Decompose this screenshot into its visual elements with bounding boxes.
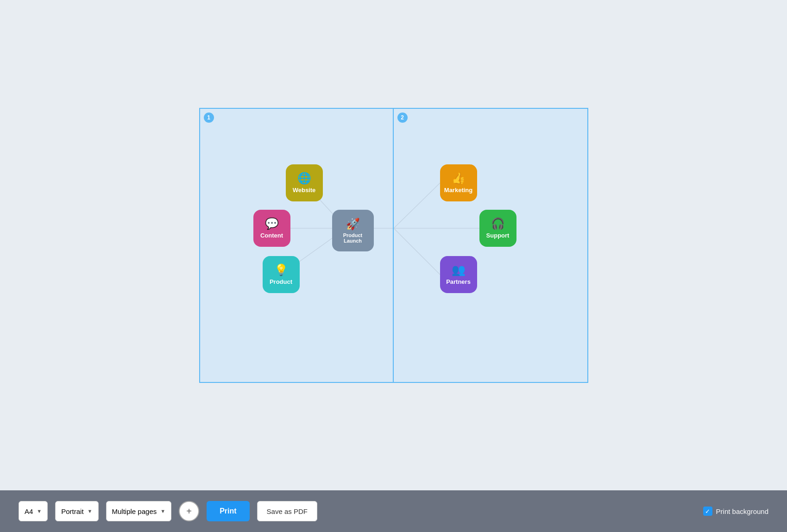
- orientation-chevron-icon: ▼: [88, 508, 93, 514]
- checkmark-icon: ✓: [705, 508, 710, 515]
- node-website[interactable]: 🌐 Website: [286, 164, 323, 201]
- node-launch[interactable]: 🚀 Product Launch: [332, 210, 374, 251]
- partners-label: Partners: [446, 278, 471, 285]
- node-content[interactable]: 💬 Content: [253, 210, 290, 247]
- paper-size-value: A4: [25, 507, 33, 515]
- launch-label: Product Launch: [343, 232, 363, 244]
- pages-mode-select[interactable]: Multiple pages ▼: [106, 501, 172, 521]
- svg-line-4: [394, 183, 440, 228]
- website-icon: 🌐: [297, 172, 311, 185]
- website-label: Website: [293, 187, 316, 194]
- page-2: 2 👍 Marketing 🎧 Support: [394, 108, 588, 383]
- marketing-label: Marketing: [444, 187, 472, 194]
- print-background-text: Print background: [716, 507, 768, 515]
- paper-size-chevron-icon: ▼: [37, 508, 42, 514]
- support-icon: 🎧: [491, 217, 505, 230]
- product-icon: 💡: [274, 263, 288, 276]
- node-marketing[interactable]: 👍 Marketing: [440, 164, 477, 201]
- canvas-area: 1 🌐 Website 💬 Content: [0, 0, 787, 490]
- print-background-label[interactable]: ✓ Print background: [703, 507, 768, 516]
- partners-icon: 👥: [452, 263, 466, 276]
- save-pdf-button[interactable]: Save as PDF: [257, 501, 317, 521]
- support-label: Support: [486, 232, 510, 239]
- node-partners[interactable]: 👥 Partners: [440, 256, 477, 293]
- svg-line-6: [394, 228, 440, 275]
- orientation-value: Portrait: [61, 507, 83, 515]
- pages-mode-chevron-icon: ▼: [160, 508, 165, 514]
- add-page-icon: +: [186, 506, 192, 517]
- marketing-icon: 👍: [452, 172, 466, 185]
- content-icon: 💬: [265, 217, 279, 230]
- paper-size-select[interactable]: A4 ▼: [19, 501, 48, 521]
- page-1-number: 1: [204, 113, 214, 123]
- pages-mode-value: Multiple pages: [112, 507, 157, 515]
- node-support[interactable]: 🎧 Support: [479, 210, 516, 247]
- orientation-select[interactable]: Portrait ▼: [55, 501, 98, 521]
- print-background-checkbox[interactable]: ✓: [703, 507, 712, 516]
- product-label: Product: [270, 278, 292, 285]
- launch-icon: 🚀: [346, 218, 360, 231]
- content-label: Content: [260, 232, 283, 239]
- node-product[interactable]: 💡 Product: [263, 256, 300, 293]
- print-button[interactable]: Print: [207, 501, 249, 521]
- page-2-number: 2: [397, 113, 408, 123]
- toolbar: A4 ▼ Portrait ▼ Multiple pages ▼ + Print…: [0, 490, 787, 532]
- page-1: 1 🌐 Website 💬 Content: [199, 108, 394, 383]
- add-page-button[interactable]: +: [179, 501, 199, 521]
- pages-wrapper: 1 🌐 Website 💬 Content: [199, 108, 588, 383]
